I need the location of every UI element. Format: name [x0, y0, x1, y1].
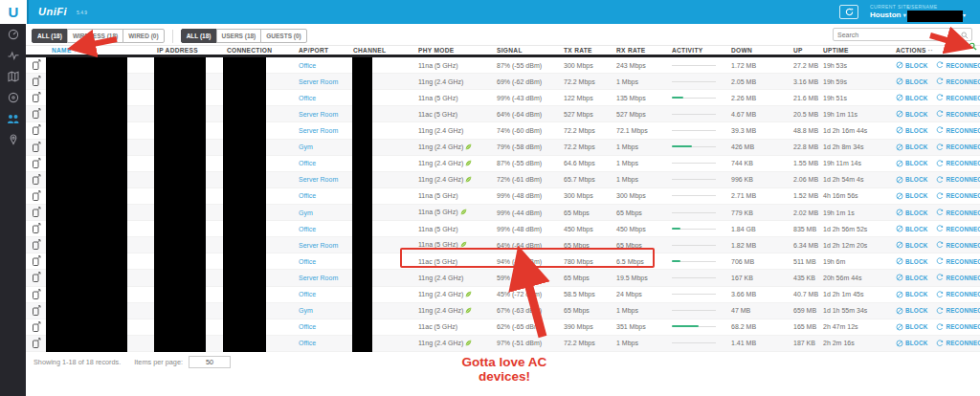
- reconnect-button[interactable]: RECONNECT: [936, 160, 980, 167]
- block-button[interactable]: BLOCK: [896, 192, 927, 200]
- column-header-ip-address[interactable]: IP ADDRESS: [157, 47, 227, 54]
- reconnect-button[interactable]: RECONNECT: [936, 192, 980, 200]
- tab-connection-wired[interactable]: WIRED (0): [122, 29, 164, 43]
- reconnect-button[interactable]: RECONNECT: [936, 225, 980, 232]
- sidebar-item-devices[interactable]: [0, 87, 26, 108]
- cell-ap-port[interactable]: Office: [299, 62, 353, 69]
- cell-phy-mode: 11na (5 GHz): [418, 192, 497, 199]
- column-header-name[interactable]: NAME ↑: [52, 47, 157, 54]
- block-button[interactable]: BLOCK: [896, 126, 927, 134]
- cell-ap-port[interactable]: Office: [299, 160, 353, 166]
- cell-tx-rate: 72.2 Mbps: [564, 127, 616, 134]
- cell-ap-port[interactable]: Gym: [299, 307, 353, 314]
- column-header-phy-mode[interactable]: PHY MODE: [418, 47, 497, 54]
- cell-ap-port[interactable]: Office: [299, 258, 353, 265]
- block-button[interactable]: BLOCK: [896, 110, 927, 118]
- cell-ap-port[interactable]: Office: [299, 323, 353, 330]
- block-button[interactable]: BLOCK: [896, 241, 927, 249]
- column-header-connection[interactable]: CONNECTION: [227, 47, 299, 54]
- cell-actions: BLOCK RECONNECT: [896, 274, 980, 281]
- reconnect-button[interactable]: RECONNECT: [936, 291, 980, 298]
- block-button[interactable]: BLOCK: [896, 307, 927, 315]
- block-button[interactable]: BLOCK: [896, 77, 927, 85]
- column-header-uptime[interactable]: UPTIME: [823, 47, 896, 54]
- reconnect-button[interactable]: RECONNECT: [936, 176, 980, 184]
- cell-ap-port[interactable]: Server Room: [299, 176, 353, 183]
- tab-type-users[interactable]: USERS (18): [216, 29, 262, 43]
- block-button[interactable]: BLOCK: [896, 323, 927, 331]
- block-button[interactable]: BLOCK: [896, 274, 927, 281]
- column-settings-icon[interactable]: [969, 42, 977, 51]
- sidebar-item-map[interactable]: [0, 66, 26, 87]
- reconnect-button[interactable]: RECONNECT: [936, 340, 980, 347]
- reconnect-button[interactable]: RECONNECT: [936, 143, 980, 151]
- block-button[interactable]: BLOCK: [896, 176, 927, 184]
- block-button[interactable]: BLOCK: [896, 257, 927, 265]
- power-save-leaf-icon: [465, 307, 472, 315]
- reconnect-button[interactable]: RECONNECT: [936, 241, 980, 249]
- column-header-channel[interactable]: CHANNEL: [353, 47, 418, 54]
- cell-ap-port[interactable]: Gym: [299, 209, 353, 216]
- tab-type-all[interactable]: ALL (18): [181, 29, 217, 43]
- column-header-actions[interactable]: ACTIONS··: [896, 47, 980, 54]
- cell-ap-port[interactable]: Server Room: [299, 127, 353, 134]
- power-save-leaf-icon: [465, 291, 472, 298]
- column-header-ap-port[interactable]: AP/PORT: [299, 47, 353, 54]
- cell-ap-port[interactable]: Office: [299, 192, 353, 199]
- column-header-tx-rate[interactable]: TX RATE: [564, 47, 616, 54]
- tab-type-guests[interactable]: GUESTS (0): [260, 29, 306, 43]
- block-button[interactable]: BLOCK: [896, 209, 927, 216]
- cell-uptime: 20h 56m 44s: [823, 275, 896, 281]
- cell-ap-port[interactable]: Office: [299, 226, 353, 232]
- cell-ap-port[interactable]: Office: [299, 95, 353, 101]
- tab-connection-wireless[interactable]: WIRELESS (18): [67, 29, 123, 43]
- reconnect-button[interactable]: RECONNECT: [936, 307, 980, 315]
- reconnect-button[interactable]: RECONNECT: [936, 323, 980, 331]
- reconnect-icon: [936, 126, 944, 134]
- reconnect-button[interactable]: RECONNECT: [936, 257, 980, 265]
- cell-ap-port[interactable]: Server Room: [299, 275, 353, 281]
- sidebar-item-clients[interactable]: [0, 108, 26, 129]
- user-chevron-down-icon[interactable]: ▾: [963, 11, 966, 18]
- block-button[interactable]: BLOCK: [896, 143, 927, 151]
- user-menu[interactable]: USERNAME: [907, 4, 963, 27]
- refresh-button[interactable]: [839, 5, 858, 19]
- ubiquiti-logo[interactable]: U: [0, 0, 27, 24]
- cell-ap-port[interactable]: Server Room: [299, 242, 353, 249]
- reconnect-button[interactable]: RECONNECT: [936, 110, 980, 118]
- block-button[interactable]: BLOCK: [896, 94, 927, 101]
- cell-ap-port[interactable]: Server Room: [299, 111, 353, 118]
- cell-ap-port[interactable]: Server Room: [299, 78, 353, 85]
- reconnect-button[interactable]: RECONNECT: [936, 77, 980, 85]
- block-button[interactable]: BLOCK: [896, 61, 927, 69]
- cell-tx-rate: 65 Mbps: [564, 242, 616, 249]
- column-header-up[interactable]: UP: [793, 47, 823, 54]
- reconnect-button[interactable]: RECONNECT: [936, 274, 980, 281]
- block-button[interactable]: BLOCK: [896, 160, 927, 167]
- search-input[interactable]: [837, 30, 958, 40]
- reconnect-button[interactable]: RECONNECT: [936, 61, 980, 69]
- sidebar-item-dashboard[interactable]: [0, 24, 26, 45]
- reconnect-icon: [936, 241, 944, 249]
- sidebar-item-statistics[interactable]: [0, 45, 26, 66]
- cell-ap-port[interactable]: Office: [299, 340, 353, 346]
- block-button[interactable]: BLOCK: [896, 225, 927, 232]
- cell-rx-rate: 351 Mbps: [616, 323, 672, 330]
- column-header-signal[interactable]: SIGNAL: [497, 47, 564, 54]
- items-per-page-input[interactable]: [189, 356, 231, 368]
- column-header-rx-rate[interactable]: RX RATE: [616, 47, 672, 54]
- reconnect-button[interactable]: RECONNECT: [936, 94, 980, 101]
- tab-connection-all[interactable]: ALL (18): [32, 29, 68, 43]
- block-button[interactable]: BLOCK: [896, 291, 927, 298]
- column-header-down[interactable]: DOWN: [731, 47, 793, 54]
- cell-up: 2.02 MB: [793, 209, 823, 216]
- reconnect-button[interactable]: RECONNECT: [936, 209, 980, 216]
- block-button[interactable]: BLOCK: [896, 340, 927, 347]
- cell-ap-port[interactable]: Office: [299, 291, 353, 297]
- sidebar-item-insights[interactable]: [0, 129, 26, 150]
- site-selector[interactable]: CURRENT SITE Houston ▾: [870, 4, 910, 19]
- reconnect-button[interactable]: RECONNECT: [936, 126, 980, 134]
- cell-phy-mode: 11ng (2.4 GHz): [418, 275, 497, 281]
- column-header-activity[interactable]: ACTIVITY: [672, 47, 731, 54]
- cell-ap-port[interactable]: Gym: [299, 143, 353, 150]
